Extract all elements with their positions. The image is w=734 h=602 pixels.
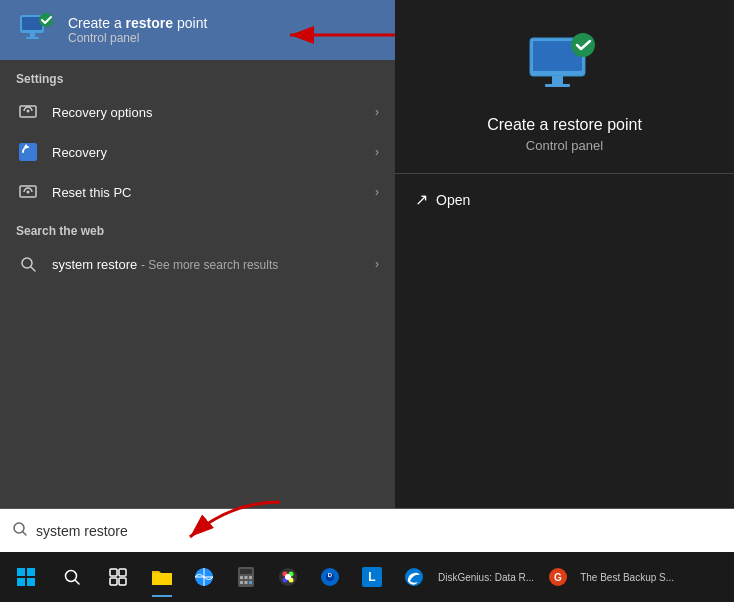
taskbar-app3[interactable]: G — [538, 555, 578, 599]
top-result-subtitle: Control panel — [68, 31, 207, 45]
open-button[interactable]: ↗ Open — [395, 190, 734, 209]
restore-point-icon — [525, 30, 605, 100]
svg-rect-38 — [240, 576, 243, 579]
recovery-label: Recovery — [52, 145, 375, 160]
svg-rect-31 — [119, 578, 126, 585]
recovery-icon — [16, 140, 40, 164]
web-search-arrow: › — [375, 257, 379, 271]
svg-rect-30 — [110, 578, 117, 585]
taskbar-app-labels: DiskGenius: Data R... G The Best Backup … — [438, 555, 674, 599]
task-view-button[interactable] — [96, 555, 140, 599]
recovery-options-label: Recovery options — [52, 105, 375, 120]
recovery-options-arrow: › — [375, 105, 379, 119]
settings-section-label: Settings — [0, 60, 395, 92]
calculator-button[interactable] — [226, 555, 266, 599]
right-panel-subtitle: Control panel — [526, 138, 603, 153]
red-arrow-top — [280, 15, 400, 55]
web-search-section-label: Search the web — [0, 212, 395, 244]
svg-rect-2 — [552, 76, 563, 84]
web-search-label: system restore - See more search results — [52, 257, 375, 272]
top-result-icon — [16, 10, 56, 50]
svg-rect-23 — [27, 568, 35, 576]
web-search-icon — [16, 252, 40, 276]
svg-rect-29 — [119, 569, 126, 576]
menu-item-recovery[interactable]: Recovery › — [0, 132, 395, 172]
svg-rect-39 — [245, 576, 248, 579]
svg-line-27 — [75, 580, 79, 584]
menu-item-recovery-options[interactable]: Recovery options › — [0, 92, 395, 132]
svg-point-16 — [27, 191, 30, 194]
svg-text:L: L — [368, 570, 375, 584]
paint-button[interactable] — [268, 555, 308, 599]
red-arrow-bottom — [170, 497, 290, 547]
svg-rect-8 — [22, 17, 42, 30]
top-result-text: Create a restore point Control panel — [68, 15, 207, 45]
taskbar: D L DiskGenius: Data R... G The Best Bac… — [0, 552, 734, 602]
svg-line-20 — [23, 532, 26, 535]
search-panel: Create a restore point Control panel Set… — [0, 0, 395, 552]
file-explorer-button[interactable] — [142, 555, 182, 599]
svg-text:G: G — [554, 572, 562, 583]
svg-rect-3 — [545, 84, 570, 87]
open-label: Open — [436, 192, 470, 208]
svg-rect-28 — [110, 569, 117, 576]
diskgenius-label: DiskGenius: Data R... — [438, 572, 534, 583]
menu-item-reset[interactable]: Reset this PC › — [0, 172, 395, 212]
search-bar-icon — [12, 521, 28, 540]
svg-text:D: D — [328, 572, 333, 578]
svg-point-49 — [285, 574, 291, 580]
recovery-arrow: › — [375, 145, 379, 159]
web-search-sublabel: - See more search results — [141, 258, 278, 272]
browser-button[interactable] — [184, 555, 224, 599]
svg-rect-9 — [30, 33, 35, 37]
top-result-title: Create a restore point — [68, 15, 207, 31]
open-icon: ↗ — [415, 190, 428, 209]
svg-rect-32 — [152, 573, 172, 585]
svg-point-4 — [571, 33, 595, 57]
reset-icon — [16, 180, 40, 204]
menu-item-web-search[interactable]: system restore - See more search results… — [0, 244, 395, 284]
right-panel-title: Create a restore point — [487, 116, 642, 134]
svg-rect-25 — [27, 578, 35, 586]
divider — [395, 173, 734, 174]
svg-rect-37 — [240, 569, 252, 574]
right-panel: Create a restore point Control panel ↗ O… — [395, 0, 734, 552]
svg-rect-42 — [245, 581, 248, 584]
start-button[interactable] — [4, 555, 48, 599]
recovery-options-icon — [16, 100, 40, 124]
search-bar-text: system restore — [36, 523, 128, 539]
svg-rect-40 — [249, 576, 252, 579]
edge-button[interactable] — [394, 555, 434, 599]
svg-rect-22 — [17, 568, 25, 576]
best-backup-label: The Best Backup S... — [580, 572, 674, 583]
taskbar-search-button[interactable] — [50, 555, 94, 599]
svg-rect-41 — [240, 581, 243, 584]
app2-button[interactable]: L — [352, 555, 392, 599]
reset-label: Reset this PC — [52, 185, 375, 200]
svg-line-18 — [31, 267, 35, 271]
svg-rect-10 — [26, 37, 39, 39]
search-bar[interactable]: system restore — [0, 508, 734, 552]
svg-point-13 — [27, 110, 30, 113]
svg-rect-43 — [249, 581, 252, 584]
diskgenius-button[interactable]: D — [310, 555, 350, 599]
svg-rect-14 — [19, 143, 37, 161]
svg-rect-24 — [17, 578, 25, 586]
reset-arrow: › — [375, 185, 379, 199]
